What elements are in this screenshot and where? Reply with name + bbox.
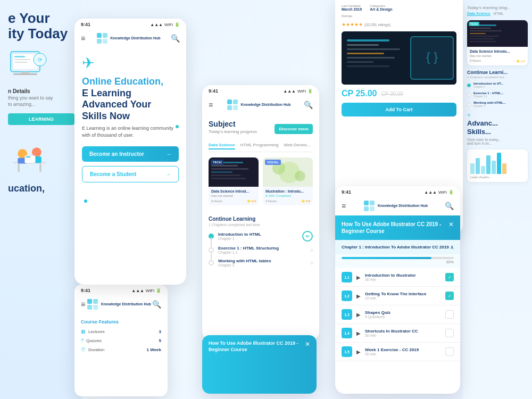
bar-4	[486, 155, 491, 174]
right-learn-label: Learn Anytim...	[470, 176, 525, 179]
chapter-check-1: ✓	[445, 273, 454, 281]
right-lesson-1[interactable]: Introduction to HT... Chapter 1	[467, 82, 528, 88]
svg-rect-59	[470, 28, 491, 29]
chapter-item-2[interactable]: 1.2 ▶ Getting To Know The Interface 10 m…	[335, 287, 460, 305]
course-cards: TECH Data Science Introd... Has not star…	[209, 157, 313, 205]
rating-stars-row: ★★★★★ (32,091 ratings)	[342, 22, 456, 27]
right-tab-data-science[interactable]: Data Science	[467, 12, 491, 16]
right-continue-learning: Continue Learni... 1 Chapters completed …	[467, 70, 528, 107]
course-card-illustration[interactable]: VISUAL Illustration : Introdu... ● 30% C…	[263, 157, 313, 205]
status-bar-1: 9:41 ▲▲▲ WiFi 🔋	[74, 19, 186, 29]
menu-icon-4[interactable]: ≡	[342, 202, 346, 210]
course-card-body-1: Data Science Introd... Has not started 3…	[209, 187, 259, 205]
hero-content: ✈ Online Education, E Learning Advanced …	[74, 48, 186, 190]
chapter-item-1[interactable]: 1.1 ▶ Introduction to illustrator 30 min…	[335, 268, 460, 287]
svg-rect-7	[21, 72, 29, 73]
close-icon-4[interactable]: ✕	[448, 221, 454, 228]
add-to-cart-button[interactable]: Add To Cart	[342, 103, 456, 117]
right-course-card[interactable]: TECH Data Science Introdu... Has not sta…	[467, 20, 528, 65]
menu-icon-5[interactable]: ≡	[81, 300, 85, 309]
svg-rect-64	[470, 41, 496, 42]
lesson-item-1[interactable]: Introduction to HTML Chapter 1 60	[209, 231, 313, 242]
bar-6	[497, 153, 501, 174]
duration-label: Duration	[88, 347, 104, 352]
svg-text:⟳: ⟳	[38, 57, 43, 63]
features-title: Course Features	[81, 319, 161, 325]
menu-icon-2[interactable]: ≡	[209, 101, 213, 109]
right-lesson-2[interactable]: Exercise 1 : HTML... Chapter 1.1	[467, 92, 528, 98]
menu-icon-1[interactable]: ≡	[81, 34, 85, 43]
feature-lectures: ▦ Lectures 3	[81, 329, 161, 334]
continue-section: Continue Learning 1 Chapters completed l…	[202, 216, 319, 267]
chapter-section-header[interactable]: Chapter 1 : Introduction To Adobe Illust…	[335, 240, 460, 254]
become-student-button[interactable]: Become a Student →	[82, 166, 179, 182]
search-icon-2[interactable]: 🔍	[304, 101, 313, 109]
tab-html-programming[interactable]: HTML Programming	[240, 143, 279, 149]
adv-bar-chart	[470, 153, 525, 174]
play-icon-3: ▶	[356, 312, 361, 318]
search-icon-5[interactable]: 🔍	[152, 300, 161, 309]
learning-button[interactable]: LEARNING	[8, 113, 74, 125]
nav-logo-1: Knowledge Distribution Hub	[96, 32, 161, 45]
course-detail-content: Last Updated March 2019 Categories Art &…	[335, 0, 463, 121]
bar-7	[502, 163, 506, 174]
tab-web-dev[interactable]: Web Develo...	[284, 143, 311, 149]
chapter-name-2: Getting To Know The Interface	[365, 292, 441, 296]
svg-rect-40	[347, 39, 389, 41]
lesson-score-1: 60	[302, 231, 313, 242]
chapter-info-1: Introduction to illustrator 30 min	[365, 273, 441, 281]
play-icon-5: ▶	[356, 349, 361, 355]
left-panel: e Your ity Today ⟳ n Details thing you w…	[0, 0, 82, 399]
bar-1	[470, 163, 475, 174]
left-detail-text: thing you want to sayto amazing...	[8, 95, 74, 107]
lesson-item-3[interactable]: Working with HTML tables Chapter 2 0	[209, 259, 313, 267]
chapter-dur-5: 30 min	[365, 352, 441, 356]
logo-icon-4	[363, 200, 376, 212]
duration-icon: ⏱	[81, 347, 86, 352]
right-dot-3	[467, 103, 471, 106]
svg-rect-11	[39, 163, 41, 172]
chapter-item-3[interactable]: 1.3 ▶ Shapes Quiz 9 Questions	[335, 305, 460, 324]
svg-rect-42	[347, 48, 400, 50]
status-time-4: 9:41	[342, 189, 351, 195]
chapter-item-4[interactable]: 1.4 ▶ Shortcuts In Illustrator CC 30 min	[335, 324, 460, 343]
close-icon-6[interactable]: ✕	[305, 340, 310, 348]
discover-more-button[interactable]: Discover more	[275, 124, 313, 134]
logo-text-5: Knowledge Distribution Hub	[101, 302, 151, 306]
chapter-section-title: Chapter 1 : Introduction To Adobe Illust…	[342, 245, 449, 250]
svg-rect-46	[347, 65, 389, 67]
lesson-score-3: 0	[311, 261, 313, 265]
lesson-name-2: Exercise 1 : HTML Structuring	[218, 246, 311, 251]
chapter-item-5[interactable]: 1.5 ▶ Week 1 Exercise - CC 2019 30 min	[335, 343, 460, 361]
search-icon-1[interactable]: 🔍	[171, 34, 180, 43]
svg-rect-20	[97, 33, 102, 38]
feature-duration-left: ⏱ Duration	[81, 347, 104, 352]
lesson-info-1: Introduction to HTML Chapter 1	[218, 232, 302, 240]
right-adv-sub: Give color to every...and turn it on...	[467, 138, 528, 145]
search-icon-4[interactable]: 🔍	[445, 202, 454, 210]
status-time-1: 9:41	[81, 22, 90, 27]
course-card-img-1: TECH	[209, 157, 259, 187]
right-lesson-3[interactable]: Working with HTML... Chapter 2	[467, 101, 528, 107]
chapter-name-4: Shortcuts In Illustrator CC	[365, 329, 441, 334]
tab-data-science[interactable]: Data Science	[209, 143, 235, 149]
svg-rect-2	[14, 56, 25, 57]
svg-rect-34	[211, 178, 246, 179]
svg-rect-33	[211, 174, 240, 176]
svg-rect-23	[103, 39, 107, 44]
course-rating-section: Ratings	[342, 14, 456, 18]
play-icon-4: ▶	[356, 330, 361, 336]
right-advanced-section: ✈ Advanc...Skills... Give color to every…	[467, 113, 528, 182]
become-instructor-button[interactable]: Become an Instructor →	[82, 146, 179, 162]
lesson-item-2[interactable]: Exercise 1 : HTML Structuring Chapter 1.…	[209, 246, 313, 254]
course-card-data-science[interactable]: TECH Data Science Introd... Has not star…	[209, 157, 259, 205]
svg-rect-41	[347, 44, 379, 46]
continue-subtitle: 1 Chapters completed last time.	[209, 223, 313, 227]
plane-icon: ✈	[82, 54, 179, 72]
svg-rect-10	[18, 163, 20, 172]
lectures-icon: ▦	[81, 329, 86, 334]
last-updated: Last Updated March 2019	[342, 4, 362, 11]
logo-icon-2	[226, 98, 239, 111]
right-card-hours: 3 Hours	[470, 59, 481, 63]
right-tab-html[interactable]: HTML	[494, 12, 504, 16]
